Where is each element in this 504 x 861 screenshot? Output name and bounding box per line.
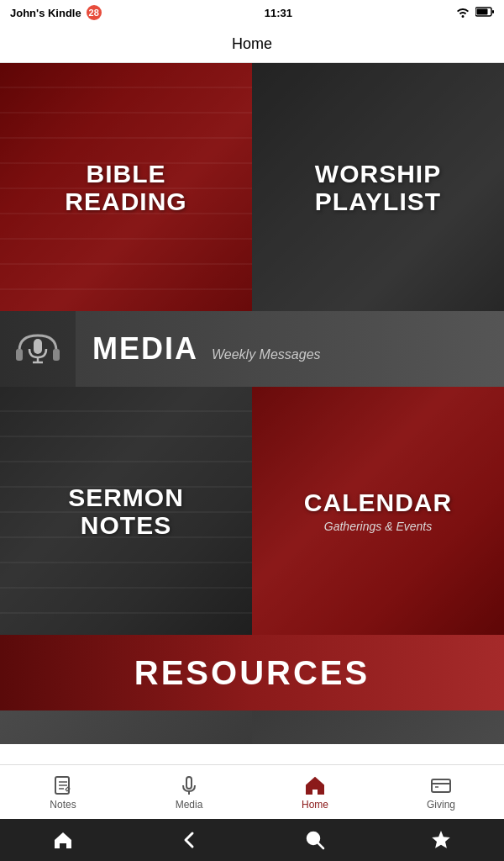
- media-sub-label: Weekly Messages: [212, 347, 321, 362]
- svg-rect-2: [492, 10, 494, 13]
- tab-giving[interactable]: Giving: [378, 765, 504, 819]
- bottom-back-icon: [177, 828, 201, 852]
- tab-notes[interactable]: Notes: [0, 765, 126, 819]
- battery-icon: [475, 7, 494, 19]
- tab-media-label: Media: [176, 799, 203, 811]
- home-tab-icon: [304, 774, 326, 796]
- bible-reading-label: BIBLEREADING: [56, 151, 195, 224]
- status-bar: John's Kindle 28 11:31: [0, 0, 504, 25]
- giving-tab-icon: [430, 774, 452, 796]
- bible-reading-tile[interactable]: BIBLEREADING: [0, 63, 252, 311]
- calendar-main-label: CALENDAR: [304, 489, 452, 516]
- bottom-nav: [0, 819, 504, 861]
- microphone-headphone-icon: [13, 324, 63, 374]
- resources-label: RESOURCES: [134, 654, 370, 692]
- tab-home-label: Home: [302, 799, 328, 811]
- bottom-search-icon: [303, 828, 327, 852]
- notification-badge: 28: [87, 5, 102, 20]
- bottom-star-icon: [429, 828, 453, 852]
- tab-notes-label: Notes: [50, 799, 76, 811]
- bottom-partial-left: [0, 710, 252, 744]
- sermon-notes-tile[interactable]: SERMONNOTES: [0, 387, 252, 635]
- time-display: 11:31: [265, 7, 292, 19]
- calendar-tile[interactable]: CALENDAR Gatherings & Events: [252, 387, 504, 635]
- media-banner-icon-area: [0, 311, 76, 387]
- bottom-home-icon: [51, 828, 75, 852]
- svg-rect-1: [477, 8, 488, 14]
- media-tab-icon: [178, 774, 200, 796]
- main-grid: BIBLEREADING WORSHIPPLAYLIST: [0, 63, 504, 744]
- svg-rect-12: [186, 777, 192, 789]
- tab-home[interactable]: Home: [252, 765, 378, 819]
- top-row: BIBLEREADING WORSHIPPLAYLIST: [0, 63, 504, 311]
- bottom-partial-right: [252, 710, 504, 744]
- worship-playlist-label: WORSHIPPLAYLIST: [307, 151, 449, 224]
- bottom-nav-back[interactable]: [177, 828, 201, 852]
- resources-banner[interactable]: RESOURCES: [0, 635, 504, 710]
- media-banner[interactable]: MEDIA Weekly Messages: [0, 311, 504, 387]
- bottom-nav-search[interactable]: [303, 828, 327, 852]
- worship-playlist-tile[interactable]: WORSHIPPLAYLIST: [252, 63, 504, 311]
- status-icons: [455, 6, 494, 20]
- calendar-sub-label: Gatherings & Events: [304, 520, 452, 533]
- svg-rect-3: [16, 349, 23, 361]
- tab-bar: Notes Media Home Giving: [0, 764, 504, 819]
- bottom-nav-home[interactable]: [51, 828, 75, 852]
- svg-line-18: [318, 843, 323, 848]
- device-name-label: John's Kindle: [10, 7, 81, 19]
- page-header: Home: [0, 25, 504, 63]
- device-name-area: John's Kindle 28: [10, 5, 102, 20]
- svg-rect-14: [432, 779, 450, 792]
- wifi-icon: [455, 6, 470, 20]
- media-banner-text-area: MEDIA Weekly Messages: [76, 331, 321, 367]
- bottom-nav-star[interactable]: [429, 828, 453, 852]
- middle-row: SERMONNOTES CALENDAR Gatherings & Events: [0, 387, 504, 635]
- notes-tab-icon: [52, 774, 74, 796]
- calendar-text: CALENDAR Gatherings & Events: [296, 480, 460, 541]
- tab-giving-label: Giving: [427, 799, 455, 811]
- sermon-notes-label: SERMONNOTES: [60, 475, 192, 547]
- media-label: MEDIA: [92, 331, 198, 367]
- bottom-partial-row: [0, 710, 504, 744]
- tab-media[interactable]: Media: [126, 765, 252, 819]
- svg-rect-4: [53, 349, 60, 361]
- page-title: Home: [232, 35, 272, 53]
- svg-rect-5: [34, 339, 42, 354]
